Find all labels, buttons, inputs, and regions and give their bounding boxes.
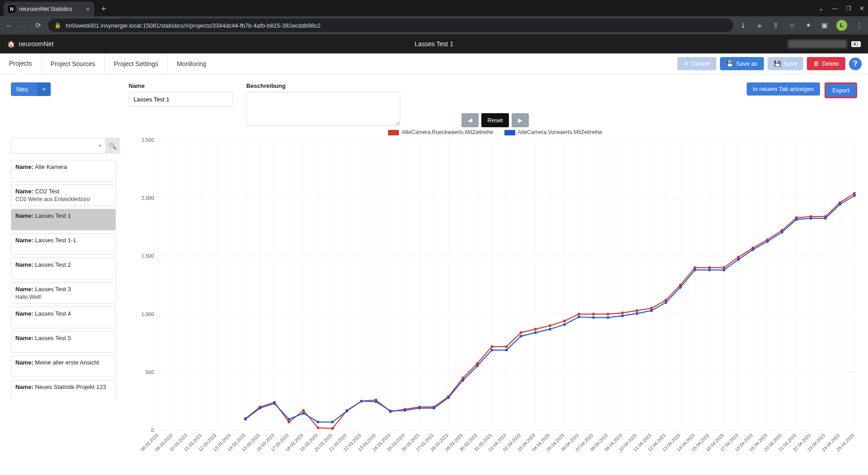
home-link[interactable]: 🏠 neuroomNet [7,40,53,48]
line-chart[interactable]: 05001,0001,5002,0002,50008.03.202309.03.… [131,135,859,462]
extensions-icon[interactable]: ✦ [804,21,813,29]
svg-text:1,500: 1,500 [141,253,154,259]
reload-button[interactable]: ⟳ [34,21,43,29]
export-button[interactable]: Export [825,82,857,98]
home-label: neuroomNet [19,40,53,48]
chrome-menu-icon[interactable]: ⋮ [854,21,863,29]
search-button[interactable]: 🔍 [106,138,120,154]
project-list-item[interactable]: Name: Alte Kamera [11,160,116,182]
new-project-button[interactable]: Neu ＋ [11,82,51,96]
legend-item[interactable]: AlteCamera.Vorwaerts.MitZeitreihe [504,129,602,135]
svg-text:2,000: 2,000 [141,195,154,201]
back-button[interactable]: ← [5,22,14,29]
page-title: Lasses Test 1 [415,40,453,48]
chevron-down-icon[interactable]: ⌄ [819,5,824,12]
profile-avatar[interactable]: L [836,20,847,31]
svg-text:500: 500 [146,369,154,375]
trash-icon: 🗑 [813,60,819,67]
translate-icon[interactable]: ⎆ [755,22,764,29]
forward-button[interactable]: → [19,22,28,29]
minimize-window-button[interactable]: — [832,5,838,12]
name-label: Name [129,82,233,89]
favicon: N [8,5,15,13]
help-button[interactable]: ? [849,58,862,70]
url-input[interactable]: 🔒 hn0vweb001.insynergie.local:15081/stat… [48,19,733,32]
project-list-item[interactable]: Name: Lasses Test 1-1 [11,233,116,255]
bookmark-icon[interactable]: ☆ [787,21,796,29]
project-list-item[interactable]: Name: Lasses Test 2 [11,258,116,279]
svg-text:0: 0 [151,427,154,433]
tab-monitoring[interactable]: Monitoring [167,53,215,74]
tab-project-settings[interactable]: Project Settings [104,53,167,74]
project-list-item[interactable]: Name: Lasses Test 3Hallo Welt! [11,282,116,304]
aa-badge[interactable]: A⟩ [851,41,861,47]
share-icon[interactable]: ⇪ [771,21,780,29]
cancel-button[interactable]: ✕ Cancel [677,57,716,70]
legend-item[interactable]: AlteCamera.Rueckwaerts.MitZeitreihe [388,129,493,135]
project-list: Name: Alte Kamera Name: CO2 TestCO2 Wert… [11,160,120,398]
close-icon: ✕ [684,60,689,67]
url-text: hn0vweb001.insynergie.local:15081/statis… [66,22,321,29]
user-info [788,40,847,48]
sidepanel-icon[interactable]: ▣ [820,21,829,29]
chart-next-button[interactable]: ▶ [512,113,529,127]
project-list-item[interactable]: Name: CO2 TestCO2 Werte aus Entwicklerbü… [11,184,116,206]
close-window-button[interactable]: ✕ [859,5,864,12]
project-list-item[interactable]: Name: Lasses Test 4 [11,307,116,328]
delete-button[interactable]: 🗑 Delete [807,57,845,70]
svg-text:2,500: 2,500 [141,137,154,143]
toolbar: Projects Project Sources Project Setting… [0,53,868,74]
chart-prev-button[interactable]: ◀ [461,113,479,127]
open-new-tab-button[interactable]: In neuem Tab anzeigen [747,82,820,96]
save-icon: 💾 [774,60,781,67]
save-as-button[interactable]: 💾 Save as [720,57,764,70]
tab-project-sources[interactable]: Project Sources [41,53,105,74]
chart-reset-button[interactable]: Reset [481,113,509,127]
tab-projects[interactable]: Projects [0,53,41,74]
clear-search-button[interactable]: × [95,138,106,154]
search-input[interactable] [11,138,95,154]
app-header: 🏠 neuroomNet Lasses Test 1 A⟩ [0,34,868,53]
plus-icon: ＋ [37,82,51,96]
tab-title: neuroomNet Statistics [19,6,72,12]
project-list-item[interactable]: Name: Lasses Test 1 [11,209,116,230]
browser-tab-bar: N neuroomNet Statistics × ＋ ⌄ — ❐ ✕ [0,0,868,16]
project-list-item[interactable]: Name: Meine aller erste Ansicht [11,355,116,377]
project-list-item[interactable]: Name: Neues Statistik-Projekt 123 [11,380,116,398]
svg-text:1,000: 1,000 [141,312,154,317]
save-button[interactable]: 💾 Save [767,57,804,70]
browser-tab[interactable]: N neuroomNet Statistics × [4,2,94,16]
install-icon[interactable]: ⤓ [739,21,748,29]
project-list-item[interactable]: Name: Lasses Test 5 [11,331,116,353]
maximize-window-button[interactable]: ❐ [846,5,851,12]
home-icon: 🏠 [7,40,15,48]
lock-icon: 🔒 [54,22,61,29]
name-input[interactable] [129,92,233,107]
browser-url-bar: ← → ⟳ 🔒 hn0vweb001.insynergie.local:1508… [0,16,868,34]
close-tab-icon[interactable]: × [86,5,90,13]
chart-legend: AlteCamera.Rueckwaerts.MitZeitreihe Alte… [131,129,859,135]
save-icon: 💾 [726,60,734,67]
description-label: Beschreibung [246,82,400,89]
new-tab-button[interactable]: ＋ [100,3,108,14]
